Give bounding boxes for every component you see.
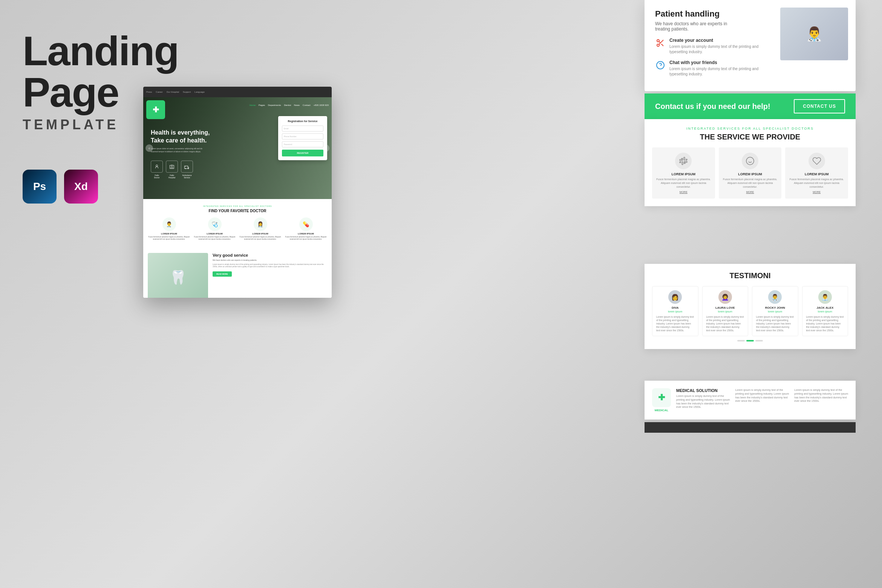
- doctor-item-2-title: LOREM IPSUM: [193, 233, 236, 235]
- service-card-3: LOREM IPSUM Fusce fermentum placerat mag…: [785, 147, 848, 199]
- contact-us-button[interactable]: CONTACT US: [794, 99, 845, 113]
- svg-line-9: [659, 41, 660, 43]
- testimoni-grid: 👩 DIVA lorem ipsum Lorem ipsum is simply…: [652, 286, 848, 336]
- doctor-item-4-title: LOREM IPSUM: [285, 233, 327, 235]
- main-mockup: Press Career Our Hospital Support Langua…: [143, 87, 332, 298]
- main-navbar: Home Pages Departments Dentist News Cont…: [250, 104, 329, 106]
- medical-sol-text1: Lorem ipsum is simply dummy text of the …: [676, 394, 730, 409]
- svg-point-0: [156, 165, 158, 167]
- phone-input[interactable]: Phone Number: [282, 133, 323, 139]
- service-card-3-title: LOREM IPSUM: [789, 172, 844, 176]
- nav-pages[interactable]: Pages: [259, 104, 265, 106]
- photoshop-icon: Ps: [23, 170, 57, 204]
- testimoni-card-1: 👩 DIVA lorem ipsum Lorem ipsum is simply…: [652, 286, 698, 336]
- hero-icon-ambulance-label: AmbulanceService: [182, 174, 191, 179]
- medical-solution-panel: ✚ MEDICAL MEDICAL SOLUTION Lorem ipsum i…: [645, 381, 856, 420]
- nav-career[interactable]: Career: [156, 91, 162, 93]
- hero-icon-ambulance[interactable]: AmbulanceService: [181, 161, 193, 179]
- hero-icon-hospital-label: HalloHospital: [168, 174, 175, 179]
- password-input[interactable]: Password: [282, 141, 323, 147]
- service-body: Lorem ipsum is simply dummy text of the …: [213, 263, 327, 269]
- nav-support[interactable]: Support: [183, 91, 191, 93]
- service-card-3-desc: Fusce fermentum placerat magna ac pharet…: [789, 178, 844, 188]
- hero-icon-hospital[interactable]: HalloHospital: [166, 161, 178, 179]
- medical-sol-col2: Lorem ipsum is simply dummy text of the …: [735, 388, 789, 403]
- patient-handling-panel: Patient handling We have doctors who are…: [645, 0, 856, 91]
- nav-press[interactable]: Press: [146, 91, 152, 93]
- dot-3[interactable]: [755, 340, 763, 341]
- testimoni-text-1: Lorem ipsum is simply dummy text of the …: [656, 315, 694, 332]
- patient-photo-placeholder: 👨‍⚕️: [780, 8, 848, 60]
- xd-icon: Xd: [64, 170, 98, 204]
- patient-photo: 👨‍⚕️: [780, 8, 848, 60]
- nav-departments[interactable]: Departments: [268, 104, 281, 106]
- service-card-2-more[interactable]: MORE: [723, 191, 778, 193]
- medical-sol-text2: Lorem ipsum is simply dummy text of the …: [735, 388, 789, 403]
- testimoni-text-2: Lorem ipsum is simply dummy text of the …: [706, 315, 744, 332]
- nav-hospital[interactable]: Our Hospital: [167, 91, 179, 93]
- doctor-item-1-desc: Fusce fermentum placerat magna ac pharet…: [148, 236, 190, 241]
- doctor-item-3-title: LOREM IPSUM: [239, 233, 282, 235]
- service-card-1-title: LOREM IPSUM: [656, 172, 711, 176]
- top-nav-bar: Press Career Our Hospital Support Langua…: [143, 87, 332, 97]
- service-card-2-title: LOREM IPSUM: [723, 172, 778, 176]
- read-more-button[interactable]: READ MORE: [213, 271, 232, 277]
- testimoni-name-4: JACK ALEX: [806, 306, 844, 309]
- service-card-3-more[interactable]: MORE: [789, 191, 844, 193]
- svg-point-6: [657, 44, 659, 46]
- patient-handling-subtitle: We have doctors who are experts in treat…: [655, 21, 730, 32]
- testimoni-card-2: 👩‍🦱 LAURA LOVE lorem ipsum Lorem ipsum i…: [702, 286, 749, 336]
- nav-dentist[interactable]: Dentist: [284, 104, 291, 106]
- doctor-icon-3: 👩‍⚕️: [254, 217, 267, 231]
- nav-language[interactable]: Language: [194, 91, 205, 93]
- patient-item-2-text: Chat with your friends Lorem ipsum is si…: [669, 60, 768, 77]
- svg-line-8: [661, 44, 663, 46]
- mock-logo: ✚: [146, 100, 165, 119]
- dot-2[interactable]: [746, 340, 754, 341]
- testimoni-role-2: lorem ipsum: [706, 310, 744, 313]
- doctor-item-2: 🩺 LOREM IPSUM Fusce fermentum placerat m…: [193, 217, 236, 241]
- register-button[interactable]: REGISTER: [282, 150, 323, 156]
- medical-sol-title: MEDICAL SOLUTION: [676, 388, 730, 393]
- doctor-icon-1: 👨‍⚕️: [162, 217, 176, 231]
- bottom-dark-bar: [645, 422, 856, 433]
- service-image: 🦷: [148, 253, 208, 298]
- services-grid: LOREM IPSUM Fusce fermentum placerat mag…: [652, 147, 848, 199]
- email-input[interactable]: Email: [282, 126, 323, 132]
- top-nav-items: Press Career Our Hospital Support Langua…: [146, 91, 205, 93]
- service-card-2: LOREM IPSUM Fusce fermentum placerat mag…: [719, 147, 782, 199]
- nav-home[interactable]: Home: [250, 104, 256, 106]
- doctor-item-4: 💊 LOREM IPSUM Fusce fermentum placerat m…: [285, 217, 327, 241]
- service-card-2-icon: [742, 153, 758, 169]
- testimoni-role-1: lorem ipsum: [656, 310, 694, 313]
- medical-logo-text: MEDICAL: [652, 409, 671, 412]
- dot-1[interactable]: [737, 340, 745, 341]
- dental-image-placeholder: 🦷: [148, 253, 208, 298]
- doctor-item-3-desc: Fusce fermentum placerat magna ac pharet…: [239, 236, 282, 241]
- page-title-line1: Landing: [23, 30, 179, 72]
- hero-arrow-left[interactable]: ‹: [145, 144, 153, 152]
- logo-cross-icon: ✚: [153, 105, 159, 114]
- services-panel: INTEGRATED SERVICES FOR ALL SPECIALIST D…: [645, 119, 856, 206]
- services-title: THE SERVICE WE PROVIDE: [652, 133, 848, 141]
- doctor-item-1: 👨‍⚕️ LOREM IPSUM Fusce fermentum placera…: [148, 217, 190, 241]
- service-card-2-desc: Fusce fermentum placerat magna ac pharet…: [723, 178, 778, 188]
- testimoni-card-3: 👨‍⚕️ ROCKY JOHN lorem ipsum Lorem ipsum …: [752, 286, 798, 336]
- testimoni-panel: TESTIMONI 👩 DIVA lorem ipsum Lorem ipsum…: [645, 264, 856, 349]
- nav-contact[interactable]: Contact: [303, 104, 311, 106]
- testimoni-role-4: lorem ipsum: [806, 310, 844, 313]
- hero-section: ✚ Home Pages Departments Dentist News Co…: [143, 97, 332, 199]
- medical-sol-text3: Lorem ipsum is simply dummy text of the …: [794, 388, 848, 403]
- find-doctor-section: INTEGRATED SERVICES FOR ALL SPECIALIST D…: [143, 199, 332, 247]
- doctor-icon-2: 🩺: [208, 217, 222, 231]
- testimoni-text-4: Lorem ipsum is simply dummy text of the …: [806, 315, 844, 332]
- hero-icon-doctor[interactable]: HalloDoctor: [151, 161, 163, 179]
- service-card-1-more[interactable]: MORE: [656, 191, 711, 193]
- testimoni-avatar-4: 👨‍💼: [818, 290, 832, 304]
- service-card-1-desc: Fusce fermentum placerat magna ac pharet…: [656, 178, 711, 188]
- patient-item-2-desc: Lorem ipsum is simply dummy text of the …: [669, 66, 768, 77]
- doctor-item-1-title: LOREM IPSUM: [148, 233, 190, 235]
- testimoni-text-3: Lorem ipsum is simply dummy text of the …: [756, 315, 794, 332]
- medical-sol-col1: MEDICAL SOLUTION Lorem ipsum is simply d…: [676, 388, 730, 409]
- nav-news[interactable]: News: [294, 104, 300, 106]
